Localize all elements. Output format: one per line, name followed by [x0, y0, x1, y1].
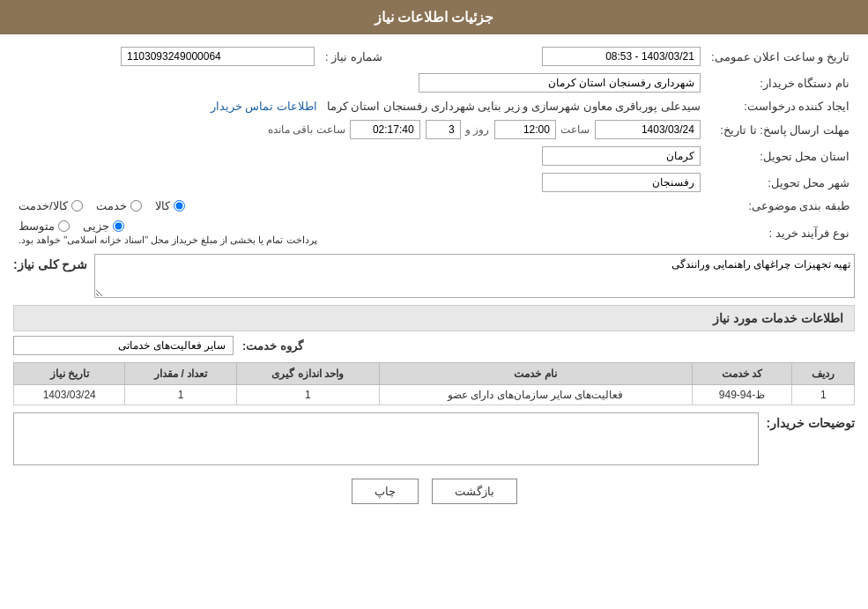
cell-date: 1403/03/24 — [14, 385, 125, 405]
need-number-label: شماره نیاز : — [320, 43, 426, 70]
time-label: ساعت — [560, 123, 590, 136]
group-row: گروه خدمت: — [13, 336, 855, 355]
cell-row: 1 — [792, 385, 855, 405]
announce-value-cell — [452, 43, 706, 70]
creator-label: ایجاد کننده درخواست: — [706, 96, 855, 116]
org-name-input[interactable] — [419, 73, 701, 93]
group-label: گروه خدمت: — [242, 339, 303, 353]
category-kala-khadamat-label: کالا/خدمت — [19, 199, 68, 212]
creator-text: سیدعلی پورباقری معاون شهرسازی و زیر بنای… — [327, 100, 701, 113]
page-wrapper: جزئیات اطلاعات نیاز تاریخ و ساعت اعلان ع… — [0, 0, 868, 609]
table-row: 1 ظ-94-949 فعالیت‌های سایر سازمان‌های دا… — [14, 385, 855, 405]
process-cell: متوسط جزیی پرداخت تمام یا بخشی از مبلغ خ… — [13, 216, 706, 249]
days-input[interactable] — [426, 120, 461, 139]
announce-label: تاریخ و ساعت اعلان عمومی: — [706, 43, 855, 70]
category-kala-radio[interactable] — [174, 200, 185, 212]
page-title: جزئیات اطلاعات نیاز — [375, 10, 494, 25]
description-label: شرح کلی نیاز: — [13, 254, 87, 271]
category-kala-khadamat-item[interactable]: کالا/خدمت — [19, 199, 83, 212]
process-note: پرداخت تمام یا بخشی از مبلغ خریداز محل "… — [19, 234, 317, 246]
deadline-label: مهلت ارسال پاسخ: تا تاریخ: — [706, 116, 855, 143]
process-jazzi-item[interactable]: جزیی — [83, 219, 124, 233]
col-header-name: نام خدمت — [379, 363, 692, 385]
process-jazzi-label: جزیی — [83, 219, 109, 233]
category-label: طبقه بندی موضوعی: — [706, 196, 855, 216]
remain-time-input[interactable] — [350, 120, 420, 139]
creator-contact-link[interactable]: اطلاعات تماس خریدار — [211, 100, 317, 113]
deadline-cell: ساعت باقی مانده روز و ساعت — [13, 116, 706, 143]
creator-cell: سیدعلی پورباقری معاون شهرسازی و زیر بنای… — [13, 96, 706, 116]
group-value-input[interactable] — [13, 336, 234, 355]
col-header-row: ردیف — [792, 363, 855, 385]
city-input[interactable] — [542, 173, 701, 192]
org-name-cell — [13, 70, 706, 96]
buyer-notes-box — [13, 412, 759, 465]
back-button[interactable]: بازگشت — [432, 479, 517, 504]
process-jazzi-radio[interactable] — [113, 220, 124, 232]
cell-quantity: 1 — [125, 385, 236, 405]
category-khadamat-label: خدمت — [96, 199, 127, 212]
main-content: تاریخ و ساعت اعلان عمومی: شماره نیاز : ن… — [0, 34, 868, 526]
category-kala-label: کالا — [155, 199, 170, 212]
province-cell — [13, 143, 706, 169]
cell-code: ظ-94-949 — [692, 385, 792, 405]
category-kala-item[interactable]: کالا — [155, 199, 185, 212]
category-khadamat-item[interactable]: خدمت — [96, 199, 142, 212]
buyer-notes-label: توضیحات خریدار: — [766, 412, 855, 430]
need-number-input[interactable] — [121, 47, 315, 66]
days-label: روز و — [465, 123, 489, 136]
col-header-quantity: تعداد / مقدار — [125, 363, 236, 385]
services-title: اطلاعات خدمات مورد نیاز — [13, 305, 855, 331]
col-header-date: تاریخ نیاز — [14, 363, 125, 385]
process-motavaset-item[interactable]: متوسط — [19, 219, 70, 233]
buyer-notes-section: توضیحات خریدار: — [13, 412, 855, 465]
button-row: بازگشت چاپ — [13, 479, 855, 504]
col-header-code: کد خدمت — [692, 363, 792, 385]
category-khadamat-radio[interactable] — [130, 200, 142, 212]
process-label: نوع فرآیند خرید : — [706, 216, 855, 249]
print-button[interactable]: چاپ — [352, 479, 419, 504]
info-table: تاریخ و ساعت اعلان عمومی: شماره نیاز : ن… — [13, 43, 855, 249]
deadline-date-input[interactable] — [595, 120, 701, 139]
category-cell: کالا/خدمت خدمت کالا — [13, 196, 706, 216]
cell-unit: 1 — [236, 385, 379, 405]
description-textarea[interactable]: تهیه تجهیزات چراغهای راهنمایی ورانندگی — [94, 254, 855, 298]
page-header: جزئیات اطلاعات نیاز — [0, 0, 868, 34]
city-label: شهر محل تحویل: — [706, 169, 855, 196]
services-section: اطلاعات خدمات مورد نیاز گروه خدمت: ردیف … — [13, 305, 855, 405]
description-section: تهیه تجهیزات چراغهای راهنمایی ورانندگی ش… — [13, 254, 855, 298]
city-cell — [13, 169, 706, 196]
category-kala-khadamat-radio[interactable] — [71, 200, 83, 212]
announce-input[interactable] — [542, 47, 701, 66]
province-label: استان محل تحویل: — [706, 143, 855, 169]
col-header-unit: واحد اندازه گیری — [236, 363, 379, 385]
deadline-time-input[interactable] — [494, 120, 556, 139]
services-table: ردیف کد خدمت نام خدمت واحد اندازه گیری ت… — [13, 362, 855, 405]
remain-label: ساعت باقی مانده — [268, 123, 345, 136]
province-input[interactable] — [542, 146, 701, 166]
process-motavaset-radio[interactable] — [58, 220, 70, 232]
cell-name: فعالیت‌های سایر سازمان‌های دارای عضو — [379, 385, 692, 405]
need-number-cell — [13, 43, 320, 70]
process-motavaset-label: متوسط — [19, 219, 55, 233]
org-name-label: نام دستگاه خریدار: — [706, 70, 855, 96]
